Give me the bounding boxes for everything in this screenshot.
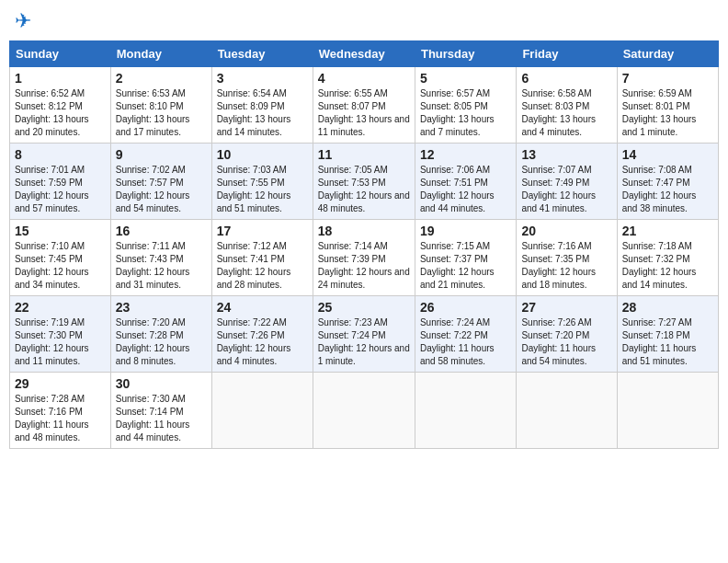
calendar-cell: 27Sunrise: 7:26 AM Sunset: 7:20 PM Dayli…	[517, 296, 617, 373]
day-info: Sunrise: 7:19 AM Sunset: 7:30 PM Dayligh…	[15, 317, 89, 366]
calendar-week-row: 15Sunrise: 7:10 AM Sunset: 7:45 PM Dayli…	[10, 220, 719, 296]
calendar-table: SundayMondayTuesdayWednesdayThursdayFrid…	[9, 40, 719, 449]
day-number: 15	[15, 224, 106, 238]
day-info: Sunrise: 7:30 AM Sunset: 7:14 PM Dayligh…	[116, 394, 190, 442]
calendar-cell: 24Sunrise: 7:22 AM Sunset: 7:26 PM Dayli…	[211, 296, 313, 373]
weekday-header: Wednesday	[313, 41, 415, 67]
calendar-week-row: 29Sunrise: 7:28 AM Sunset: 7:16 PM Dayli…	[10, 373, 719, 449]
day-number: 25	[318, 300, 410, 315]
calendar-cell: 19Sunrise: 7:15 AM Sunset: 7:37 PM Dayli…	[415, 220, 516, 296]
day-number: 30	[116, 376, 207, 391]
logo-bird-icon: ✈	[15, 9, 31, 33]
day-info: Sunrise: 7:01 AM Sunset: 7:59 PM Dayligh…	[15, 165, 89, 213]
day-number: 13	[521, 147, 611, 162]
day-number: 9	[116, 147, 207, 162]
day-info: Sunrise: 6:58 AM Sunset: 8:03 PM Dayligh…	[521, 88, 596, 137]
day-info: Sunrise: 7:10 AM Sunset: 7:45 PM Dayligh…	[15, 241, 89, 290]
calendar-cell: 21Sunrise: 7:18 AM Sunset: 7:32 PM Dayli…	[617, 220, 718, 296]
calendar-cell: 9Sunrise: 7:02 AM Sunset: 7:57 PM Daylig…	[110, 144, 211, 220]
day-info: Sunrise: 7:14 AM Sunset: 7:39 PM Dayligh…	[318, 241, 410, 290]
calendar-cell: 6Sunrise: 6:58 AM Sunset: 8:03 PM Daylig…	[517, 67, 617, 144]
calendar-cell: 4Sunrise: 6:55 AM Sunset: 8:07 PM Daylig…	[313, 67, 415, 144]
calendar-week-row: 22Sunrise: 7:19 AM Sunset: 7:30 PM Dayli…	[10, 296, 719, 373]
day-number: 26	[420, 300, 511, 315]
day-info: Sunrise: 6:57 AM Sunset: 8:05 PM Dayligh…	[420, 88, 495, 137]
calendar-cell: 3Sunrise: 6:54 AM Sunset: 8:09 PM Daylig…	[211, 67, 313, 144]
day-number: 16	[116, 224, 207, 238]
calendar-cell: 17Sunrise: 7:12 AM Sunset: 7:41 PM Dayli…	[211, 220, 313, 296]
day-number: 21	[622, 224, 713, 238]
calendar-cell: 7Sunrise: 6:59 AM Sunset: 8:01 PM Daylig…	[617, 67, 718, 144]
calendar-cell: 26Sunrise: 7:24 AM Sunset: 7:22 PM Dayli…	[415, 296, 516, 373]
day-number: 22	[15, 300, 106, 315]
day-info: Sunrise: 7:22 AM Sunset: 7:26 PM Dayligh…	[217, 317, 291, 366]
calendar-cell: 25Sunrise: 7:23 AM Sunset: 7:24 PM Dayli…	[313, 296, 415, 373]
day-info: Sunrise: 6:52 AM Sunset: 8:12 PM Dayligh…	[15, 88, 89, 137]
calendar-cell: 2Sunrise: 6:53 AM Sunset: 8:10 PM Daylig…	[110, 67, 211, 144]
day-number: 28	[622, 300, 713, 315]
day-info: Sunrise: 6:55 AM Sunset: 8:07 PM Dayligh…	[318, 88, 410, 137]
day-number: 18	[318, 224, 410, 238]
weekday-header: Friday	[517, 41, 617, 67]
weekday-header: Sunday	[10, 41, 111, 67]
calendar-cell	[617, 373, 718, 449]
day-number: 7	[622, 71, 713, 86]
day-info: Sunrise: 7:07 AM Sunset: 7:49 PM Dayligh…	[521, 165, 596, 213]
day-number: 17	[217, 224, 308, 238]
day-info: Sunrise: 7:03 AM Sunset: 7:55 PM Dayligh…	[217, 165, 291, 213]
calendar-cell: 20Sunrise: 7:16 AM Sunset: 7:35 PM Dayli…	[517, 220, 617, 296]
day-info: Sunrise: 7:20 AM Sunset: 7:28 PM Dayligh…	[116, 317, 190, 366]
day-number: 10	[217, 147, 308, 162]
calendar-cell	[517, 373, 617, 449]
day-number: 5	[420, 71, 511, 86]
calendar-cell: 18Sunrise: 7:14 AM Sunset: 7:39 PM Dayli…	[313, 220, 415, 296]
day-number: 29	[15, 376, 106, 391]
weekday-header: Monday	[110, 41, 211, 67]
calendar-cell: 12Sunrise: 7:06 AM Sunset: 7:51 PM Dayli…	[415, 144, 516, 220]
day-number: 24	[217, 300, 308, 315]
calendar-cell: 28Sunrise: 7:27 AM Sunset: 7:18 PM Dayli…	[617, 296, 718, 373]
calendar-cell	[415, 373, 516, 449]
calendar-cell: 5Sunrise: 6:57 AM Sunset: 8:05 PM Daylig…	[415, 67, 516, 144]
day-number: 4	[318, 71, 410, 86]
weekday-header: Thursday	[415, 41, 516, 67]
day-info: Sunrise: 7:24 AM Sunset: 7:22 PM Dayligh…	[420, 317, 495, 366]
calendar-cell: 14Sunrise: 7:08 AM Sunset: 7:47 PM Dayli…	[617, 144, 718, 220]
calendar-week-row: 8Sunrise: 7:01 AM Sunset: 7:59 PM Daylig…	[10, 144, 719, 220]
day-info: Sunrise: 7:28 AM Sunset: 7:16 PM Dayligh…	[15, 394, 89, 442]
calendar-cell: 22Sunrise: 7:19 AM Sunset: 7:30 PM Dayli…	[10, 296, 111, 373]
day-number: 12	[420, 147, 511, 162]
calendar-cell: 16Sunrise: 7:11 AM Sunset: 7:43 PM Dayli…	[110, 220, 211, 296]
day-number: 3	[217, 71, 308, 86]
day-info: Sunrise: 6:59 AM Sunset: 8:01 PM Dayligh…	[622, 88, 697, 137]
day-info: Sunrise: 7:15 AM Sunset: 7:37 PM Dayligh…	[420, 241, 495, 290]
calendar-cell: 30Sunrise: 7:30 AM Sunset: 7:14 PM Dayli…	[110, 373, 211, 449]
day-info: Sunrise: 6:53 AM Sunset: 8:10 PM Dayligh…	[116, 88, 190, 137]
day-number: 20	[521, 224, 611, 238]
day-info: Sunrise: 7:12 AM Sunset: 7:41 PM Dayligh…	[217, 241, 291, 290]
day-number: 6	[521, 71, 611, 86]
day-number: 27	[521, 300, 611, 315]
day-info: Sunrise: 7:05 AM Sunset: 7:53 PM Dayligh…	[318, 165, 410, 213]
calendar-header-row: SundayMondayTuesdayWednesdayThursdayFrid…	[10, 41, 719, 67]
day-number: 19	[420, 224, 511, 238]
weekday-header: Saturday	[617, 41, 718, 67]
day-number: 1	[15, 71, 106, 86]
day-info: Sunrise: 7:23 AM Sunset: 7:24 PM Dayligh…	[318, 317, 410, 366]
weekday-header: Tuesday	[211, 41, 313, 67]
day-info: Sunrise: 7:16 AM Sunset: 7:35 PM Dayligh…	[521, 241, 596, 290]
logo: ✈	[13, 9, 31, 33]
calendar-week-row: 1Sunrise: 6:52 AM Sunset: 8:12 PM Daylig…	[10, 67, 719, 144]
day-info: Sunrise: 7:08 AM Sunset: 7:47 PM Dayligh…	[622, 165, 697, 213]
day-number: 23	[116, 300, 207, 315]
day-info: Sunrise: 7:27 AM Sunset: 7:18 PM Dayligh…	[622, 317, 697, 366]
day-info: Sunrise: 6:54 AM Sunset: 8:09 PM Dayligh…	[217, 88, 291, 137]
calendar-cell: 10Sunrise: 7:03 AM Sunset: 7:55 PM Dayli…	[211, 144, 313, 220]
day-number: 8	[15, 147, 106, 162]
day-number: 2	[116, 71, 207, 86]
calendar-cell: 15Sunrise: 7:10 AM Sunset: 7:45 PM Dayli…	[10, 220, 111, 296]
day-info: Sunrise: 7:02 AM Sunset: 7:57 PM Dayligh…	[116, 165, 190, 213]
calendar-cell: 23Sunrise: 7:20 AM Sunset: 7:28 PM Dayli…	[110, 296, 211, 373]
day-info: Sunrise: 7:26 AM Sunset: 7:20 PM Dayligh…	[521, 317, 596, 366]
calendar-cell: 1Sunrise: 6:52 AM Sunset: 8:12 PM Daylig…	[10, 67, 111, 144]
